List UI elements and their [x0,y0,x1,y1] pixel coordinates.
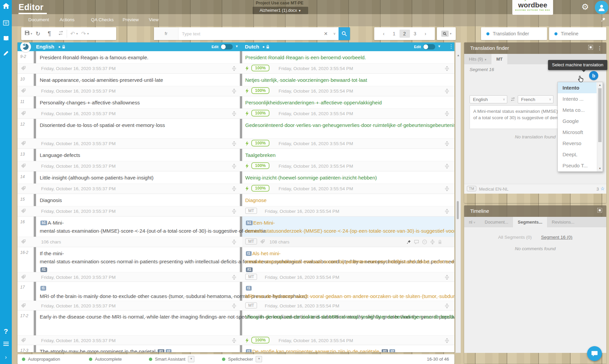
source-column-carat[interactable]: ▼ [235,44,238,48]
drag-handle-icon[interactable] [445,186,449,193]
source-cell[interactable]: President·Ronald·Reagan·is·a·famous·exam… [40,51,235,62]
source-cell[interactable]: Early·in·the·disease·course·the·MRI·is·n… [40,310,235,321]
card-view-icon[interactable] [0,20,12,27]
drag-handle-icon[interactable] [232,303,236,310]
source-edit-toggle[interactable] [221,44,233,49]
book-icon[interactable] [0,36,12,42]
menu-item-preview[interactable]: Preview [123,17,139,22]
search-input[interactable] [179,31,321,36]
drag-handle-icon[interactable] [232,89,236,95]
status-toggle-smart assistant[interactable]: Smart Assistant▼ [149,354,194,364]
source-lang-select[interactable]: English˅ [470,95,507,103]
segment-row-17[interactable]: 17t1MRI·of·the·brain·is·mainly·done·to·e… [18,282,454,310]
provider-option-microsoft[interactable]: Microsoft [558,127,597,138]
toolbar-more-carat[interactable]: ▾ [87,32,89,35]
refresh-button[interactable]: ↻ [32,30,44,37]
drag-handle-icon[interactable] [232,209,236,215]
drag-handle-icon[interactable] [445,66,449,72]
chat-fab-button[interactable] [587,346,602,361]
status-toggle-autocomplete[interactable]: Autocomplete [89,354,122,364]
segment-row-17-3[interactable]: 17-3The·atrophy·may·be·more·prominent·in… [18,345,454,352]
target-cell[interactable]: Persoonlijkheidsveranderingen·+·affectie… [245,96,441,107]
hamburger-menu-icon[interactable] [0,341,12,348]
tab-language[interactable]: nl ˅ [464,217,480,227]
table-menu-icon[interactable]: ⋮ [449,43,454,49]
segment-row-15[interactable]: 15DiagnosisDiagnoseFriday, October 16, 2… [18,194,454,217]
segment-row-9-2[interactable]: 9-2President·Ronald·Reagan·is·a·famous·e… [18,51,454,74]
home-icon[interactable] [0,3,12,10]
source-cell[interactable]: t1MRI·of·the·brain·is·mainly·done·to·exc… [40,282,235,300]
menu-item-qa-checks[interactable]: QA Checks [91,17,114,22]
favorite-star-icon[interactable]: ☆ [600,186,605,191]
drag-handle-icon[interactable] [445,141,449,147]
dropdown-scroll-down-icon[interactable]: ▼ [597,167,603,170]
swap-langs-icon[interactable] [510,97,515,103]
drag-handle-icon[interactable] [232,338,236,344]
target-cell[interactable]: President·Ronald·Reagan·is·een·beroemd·v… [245,51,441,62]
drag-handle-icon[interactable] [445,209,449,215]
expand-rail-icon[interactable]: › [0,354,12,360]
panel-menu-icon[interactable]: ⋮ [597,42,602,54]
target-cell[interactable]: Diagnose [245,194,441,204]
segment-row-14[interactable]: 14Little·insight·(although·some·patients… [18,171,454,194]
clear-search-icon[interactable]: ✕ [321,31,330,36]
source-cell[interactable]: The·atrophy·may·be·more·prominent·in·the… [40,345,235,352]
scroll-up-arrow[interactable]: ▲ [457,54,460,57]
translation-finder-toggle[interactable]: Translation finder [481,27,547,40]
source-cell[interactable]: Personality·changes·+·affective·shallown… [40,96,235,107]
provider-option-meta-co-[interactable]: Meta co... [558,104,597,115]
drag-handle-icon[interactable] [445,275,449,281]
page-button-3[interactable]: 3 [410,30,420,38]
panel-layout-icon[interactable] [588,42,593,54]
segment-row-16[interactable]: 16b1A·Mini-mental·status·examination·(MM… [18,217,454,247]
drag-handle-icon[interactable] [445,164,449,170]
intento-logo-icon[interactable]: b [589,71,598,80]
segment-row-11[interactable]: 11Personality·changes·+·affective·shallo… [18,96,454,119]
drag-handle-icon[interactable] [445,338,449,344]
drag-handle-icon[interactable] [445,303,449,310]
target-cell[interactable]: t1Als·het·mini-mentale·statusonderzoek·n… [245,247,441,274]
status-toggle-spellchecker[interactable]: Spellchecker▼ [222,354,262,364]
drag-handle-icon[interactable] [232,275,236,281]
drag-handle-icon[interactable] [232,111,236,118]
timeline-tab-document[interactable]: Document... [480,217,513,227]
find-replace-button[interactable] [55,30,67,37]
drag-handle-icon[interactable] [232,66,236,72]
source-cell[interactable]: Disoriented·due·to·loss·of·spatial·or·ev… [40,119,235,129]
status-toggle-autopropagation[interactable]: Autopropagation [22,354,60,364]
segment-row-10[interactable]: 10Neat·appearance,·social·amenities·pres… [18,74,454,96]
timeline-toggle[interactable]: Timeline [549,27,606,40]
help-icon[interactable]: ? [0,327,12,335]
scrollbar-thumb[interactable] [457,201,459,219]
source-cell[interactable]: Diagnosis [40,194,235,204]
page-button-2[interactable]: 2 [399,30,410,38]
status-toggle-menu-button[interactable]: ▼ [188,356,194,362]
user-avatar[interactable] [595,1,608,14]
target-column-carat[interactable]: ▼ [438,44,441,48]
all-segments-link[interactable]: All Segments (0) [498,235,532,240]
pin-icon[interactable] [601,17,606,23]
pilcrow-toggle-button[interactable]: ¶ [44,30,55,37]
drag-handle-icon[interactable] [232,164,236,170]
menu-item-view[interactable]: View [149,17,159,22]
segment-filter-icon[interactable] [441,31,449,37]
drag-handle-icon[interactable] [445,89,449,95]
next-page-button[interactable]: › [420,30,431,38]
timeline-tab-revisions[interactable]: Revisions... [547,217,579,227]
provider-option-deepl[interactable]: DeepL [558,149,597,160]
filter-carat[interactable]: ▾ [450,32,452,35]
source-cell[interactable]: Neat·appearance,·social·amenities·preser… [40,74,235,84]
tab-mt[interactable]: MT [491,54,507,64]
prev-page-button[interactable]: ‹ [379,30,389,38]
dropdown-scroll-thumb[interactable] [598,88,602,142]
page-button-1[interactable]: 1 [389,30,399,38]
document-selector[interactable]: Alzheimer1 (1).docx ▼ [253,7,308,14]
edit-pencil-icon[interactable] [0,51,12,57]
timeline-tab-segments[interactable]: Segments... [513,217,547,227]
provider-option-pseudo-t-[interactable]: Pseudo T... [558,160,597,171]
drag-handle-icon[interactable] [445,111,449,118]
target-cell[interactable]: t1De·atrofie·kan·prominenter·aanwezig·zi… [245,345,441,352]
search-button[interactable] [339,27,350,40]
table-scrollbar[interactable]: ▲ [455,42,461,353]
target-lang-select[interactable]: French˅ [518,95,553,103]
